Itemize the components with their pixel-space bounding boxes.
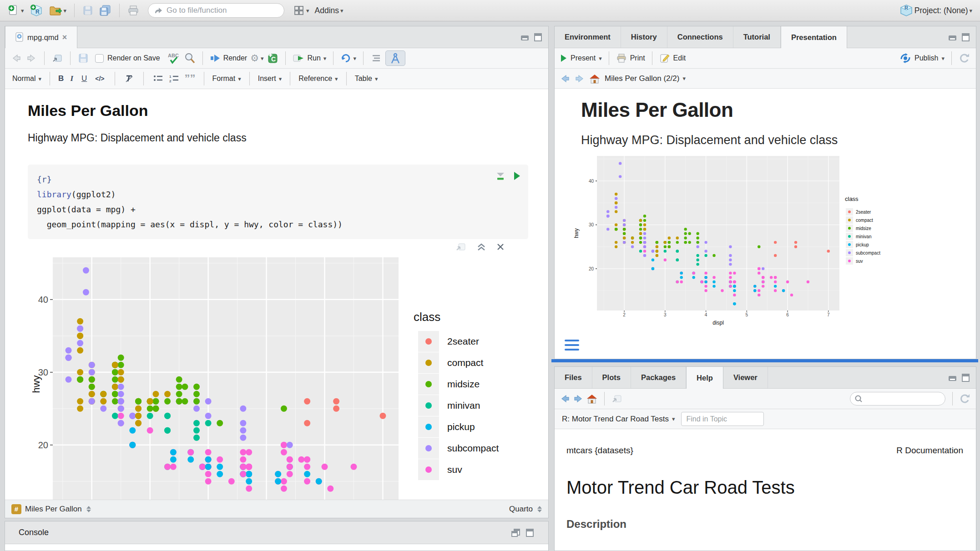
collapse-output-icon[interactable] bbox=[476, 242, 486, 252]
slide-selector[interactable]: Miles Per Gallon (2/2) ▾ bbox=[605, 72, 686, 85]
insert-chunk-button[interactable]: C bbox=[267, 51, 278, 65]
svg-text:minivan: minivan bbox=[447, 400, 480, 411]
insert-menu[interactable]: Insert▾ bbox=[258, 72, 282, 85]
maximize-pane-icon[interactable] bbox=[525, 528, 535, 537]
help-content[interactable]: mtcars {datasets} R Documentation Motor … bbox=[555, 429, 976, 551]
bullet-list-button[interactable] bbox=[152, 72, 164, 85]
doctype-selector-icon[interactable] bbox=[537, 506, 542, 512]
minimize-pane-icon[interactable] bbox=[520, 33, 530, 41]
statusbar-section[interactable]: Miles Per Gallon bbox=[25, 505, 82, 514]
help-home-icon[interactable] bbox=[586, 394, 597, 404]
console-header[interactable]: Console bbox=[5, 521, 548, 544]
run-chunk-icon[interactable] bbox=[513, 171, 521, 181]
find-replace-button[interactable] bbox=[184, 51, 196, 65]
find-in-topic-input[interactable] bbox=[681, 412, 764, 426]
tab-history[interactable]: History bbox=[621, 26, 667, 48]
bullet-list-icon bbox=[152, 74, 163, 83]
code-format-button[interactable]: </> bbox=[93, 75, 106, 82]
panes-layout-button[interactable]: ▾ bbox=[292, 4, 311, 17]
tab-viewer[interactable]: Viewer bbox=[723, 367, 768, 388]
section-selector-icon[interactable] bbox=[86, 506, 91, 512]
svg-text:pickup: pickup bbox=[447, 421, 475, 432]
back-button[interactable] bbox=[10, 51, 22, 65]
reference-menu[interactable]: Reference▾ bbox=[298, 72, 338, 85]
maximize-pane-icon[interactable] bbox=[961, 33, 970, 42]
restore-pane-icon[interactable] bbox=[511, 528, 521, 537]
help-topic-selector[interactable]: R: Motor Trend Car Road Tests ▾ bbox=[562, 412, 675, 426]
statusbar-doctype[interactable]: Quarto bbox=[509, 505, 533, 514]
render-on-save-checkbox[interactable]: Render on Save bbox=[95, 51, 160, 65]
popout-window-button[interactable] bbox=[51, 51, 63, 65]
help-search-input[interactable] bbox=[850, 392, 945, 406]
rerun-button[interactable]: ▾ bbox=[340, 51, 356, 65]
tab-environment[interactable]: Environment bbox=[555, 26, 621, 48]
format-menu[interactable]: Format▾ bbox=[212, 72, 241, 85]
table-menu[interactable]: Table▾ bbox=[355, 72, 378, 85]
blockquote-button[interactable]: ”” bbox=[185, 75, 196, 82]
spellcheck-button[interactable]: ABC bbox=[167, 51, 181, 65]
tab-tutorial[interactable]: Tutorial bbox=[733, 26, 781, 48]
numbered-list-button[interactable]: 1 2 bbox=[168, 72, 180, 85]
help-back-icon[interactable] bbox=[560, 394, 570, 403]
help-popout-icon[interactable] bbox=[611, 394, 622, 404]
slide-forward-icon[interactable] bbox=[575, 74, 585, 83]
save-all-button[interactable] bbox=[97, 4, 113, 17]
refresh-icon bbox=[959, 53, 970, 64]
present-button[interactable]: Present ▾ bbox=[560, 51, 602, 65]
minimize-pane-icon[interactable] bbox=[948, 374, 958, 382]
help-forward-icon[interactable] bbox=[573, 394, 583, 403]
document-body[interactable]: Miles Per Gallon Highway MPG: Displaceme… bbox=[5, 89, 548, 500]
svg-text:5: 5 bbox=[746, 312, 748, 317]
render-button[interactable]: Render bbox=[210, 51, 247, 65]
italic-button[interactable]: I bbox=[68, 74, 75, 83]
svg-text:midsize: midsize bbox=[447, 379, 480, 389]
tab-plots[interactable]: Plots bbox=[592, 367, 631, 388]
gear-icon: ⚙ bbox=[250, 53, 259, 64]
svg-text:1: 1 bbox=[169, 75, 172, 79]
minimize-pane-icon[interactable] bbox=[948, 33, 958, 41]
print-button[interactable] bbox=[126, 4, 141, 17]
run-chunks-above-icon[interactable] bbox=[495, 171, 505, 181]
tab-help[interactable]: Help bbox=[686, 367, 723, 389]
render-settings-button[interactable]: ⚙ ▾ bbox=[250, 51, 263, 65]
project-menu[interactable]: R Project: (None) ▾ bbox=[898, 3, 974, 18]
tab-connections[interactable]: Connections bbox=[667, 26, 733, 48]
addins-menu[interactable]: Addins ▾ bbox=[313, 5, 345, 16]
forward-button[interactable] bbox=[25, 51, 37, 65]
run-button[interactable]: Run ▾ bbox=[293, 51, 326, 65]
bold-button[interactable]: B bbox=[58, 74, 64, 83]
slide-back-icon[interactable] bbox=[560, 74, 570, 83]
checkbox-box[interactable] bbox=[95, 54, 104, 63]
edit-slides-button[interactable]: Edit bbox=[659, 51, 686, 65]
maximize-pane-icon[interactable] bbox=[534, 33, 543, 42]
new-project-button[interactable]: R bbox=[28, 3, 45, 18]
clear-formatting-button[interactable] bbox=[123, 72, 135, 85]
output-popout-icon[interactable] bbox=[455, 242, 466, 252]
print-slides-button[interactable]: Print bbox=[616, 51, 645, 65]
tab-presentation[interactable]: Presentation bbox=[781, 26, 847, 48]
publish-button[interactable]: Publish ▾ bbox=[899, 51, 945, 65]
home-icon[interactable] bbox=[589, 74, 600, 84]
slide-menu-icon[interactable] bbox=[565, 340, 579, 351]
close-tab-icon[interactable]: × bbox=[62, 33, 67, 42]
tab-packages[interactable]: Packages bbox=[631, 367, 686, 388]
presentation-slide[interactable]: Miles Per Gallon Highway MPG: Displaceme… bbox=[555, 89, 976, 359]
code-chunk[interactable]: {r} library(ggplot2)ggplot(data = mpg) +… bbox=[28, 165, 528, 239]
help-refresh-icon[interactable] bbox=[960, 393, 970, 404]
paragraph-style-select[interactable]: Normal ▾ bbox=[12, 72, 41, 85]
outline-toggle-button[interactable] bbox=[370, 51, 382, 65]
format-caret: ▾ bbox=[238, 76, 241, 82]
save-button[interactable] bbox=[81, 4, 95, 17]
new-file-button[interactable]: ▾ bbox=[6, 3, 25, 18]
goto-file-search[interactable]: Go to file/function bbox=[148, 3, 284, 18]
refresh-presentation-button[interactable] bbox=[959, 51, 970, 65]
open-file-button[interactable]: ▾ bbox=[47, 4, 68, 17]
pane-focus-divider bbox=[551, 359, 978, 362]
maximize-pane-icon[interactable] bbox=[961, 373, 970, 382]
clear-output-icon[interactable] bbox=[496, 243, 505, 251]
underline-button[interactable]: U bbox=[80, 74, 89, 83]
visual-editor-toggle[interactable] bbox=[385, 50, 405, 66]
tab-files[interactable]: Files bbox=[555, 367, 592, 388]
save-doc-button[interactable] bbox=[77, 51, 89, 65]
tab-mpg-qmd[interactable]: mpg.qmd × bbox=[5, 26, 77, 48]
